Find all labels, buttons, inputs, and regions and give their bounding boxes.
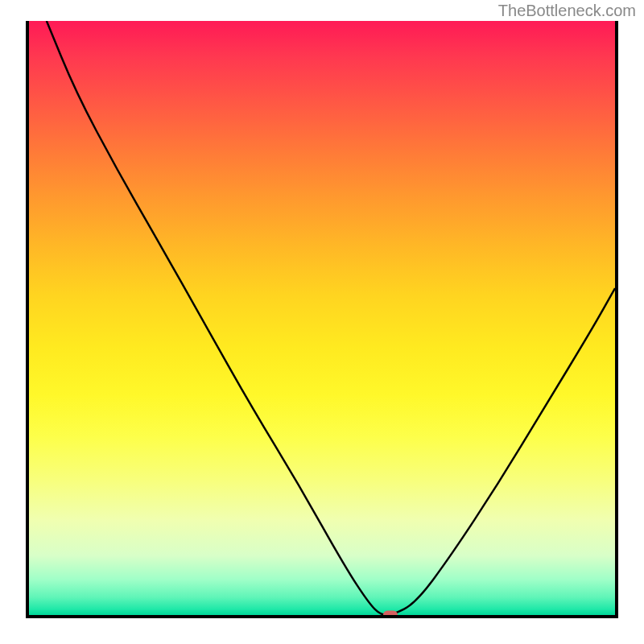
- curve-svg: [29, 21, 615, 615]
- bottleneck-curve: [47, 21, 615, 615]
- plot-area: [26, 21, 618, 618]
- optimal-marker: [383, 611, 398, 618]
- watermark-text: TheBottleneck.com: [498, 2, 636, 20]
- chart-container: [6, 21, 638, 638]
